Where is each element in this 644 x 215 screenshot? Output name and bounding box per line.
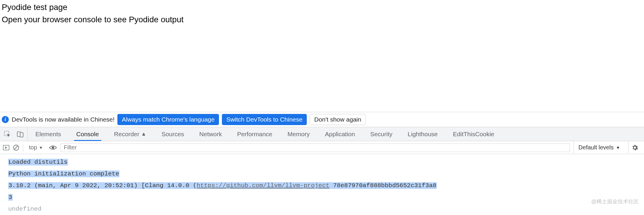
log-levels-selector[interactable]: Default levels ▼ xyxy=(573,141,625,154)
svg-line-5 xyxy=(14,146,18,149)
flask-icon: ▲ xyxy=(141,131,146,137)
tab-elements[interactable]: Elements xyxy=(28,127,69,141)
tab-security[interactable]: Security xyxy=(363,127,400,141)
context-selector[interactable]: top ▼ xyxy=(27,144,45,151)
chevron-down-icon: ▼ xyxy=(616,145,620,150)
console-line: Python initialization complete xyxy=(8,168,643,180)
svg-rect-2 xyxy=(20,133,23,137)
devtools-panel: i DevTools is now available in Chinese! … xyxy=(0,112,644,215)
tab-console[interactable]: Console xyxy=(69,127,107,141)
tab-recorder[interactable]: Recorder▲ xyxy=(107,127,154,141)
tab-network[interactable]: Network xyxy=(192,127,229,141)
console-line: Loaded distutils xyxy=(8,156,643,168)
console-sidebar-toggle-icon[interactable] xyxy=(3,145,9,150)
page-title: Pyodide test page xyxy=(2,1,642,13)
console-settings-icon[interactable] xyxy=(628,141,641,154)
console-line: 3 xyxy=(8,192,643,203)
tab-lighthouse[interactable]: Lighthouse xyxy=(400,127,446,141)
device-toolbar-icon[interactable] xyxy=(17,131,23,137)
page-subtitle: Open your browser console to see Pyodide… xyxy=(2,13,642,26)
devtools-infobar: i DevTools is now available in Chinese! … xyxy=(0,112,644,127)
infobar-message: DevTools is now available in Chinese! xyxy=(12,116,114,123)
llvm-project-link[interactable]: https://github.com/llvm/llvm-project xyxy=(197,182,330,189)
chevron-down-icon: ▼ xyxy=(39,145,43,150)
console-line: undefined xyxy=(8,203,643,215)
tab-application[interactable]: Application xyxy=(317,127,363,141)
dont-show-again-button[interactable]: Don't show again xyxy=(310,114,365,125)
tab-sources[interactable]: Sources xyxy=(154,127,192,141)
clear-console-icon[interactable] xyxy=(13,144,19,151)
live-expression-icon[interactable] xyxy=(49,144,57,152)
svg-point-6 xyxy=(52,146,54,149)
console-output: Loaded distutils Python initialization c… xyxy=(0,154,644,215)
inspect-element-icon[interactable] xyxy=(4,131,11,137)
info-icon: i xyxy=(2,116,9,123)
tab-memory[interactable]: Memory xyxy=(280,127,317,141)
console-line: 3.10.2 (main, Apr 9 2022, 20:52:01) [Cla… xyxy=(8,180,643,192)
watermark: @稀土掘金技术社区 xyxy=(591,198,639,205)
switch-devtools-language-button[interactable]: Switch DevTools to Chinese xyxy=(222,114,307,125)
always-match-language-button[interactable]: Always match Chrome's language xyxy=(117,114,219,125)
tab-performance[interactable]: Performance xyxy=(229,127,280,141)
console-toolbar: top ▼ Default levels ▼ xyxy=(0,141,644,154)
console-filter-input[interactable] xyxy=(61,143,570,152)
tab-editthiscookie[interactable]: EditThisCookie xyxy=(445,127,502,141)
devtools-tabbar: Elements Console Recorder▲ Sources Netwo… xyxy=(0,127,644,141)
